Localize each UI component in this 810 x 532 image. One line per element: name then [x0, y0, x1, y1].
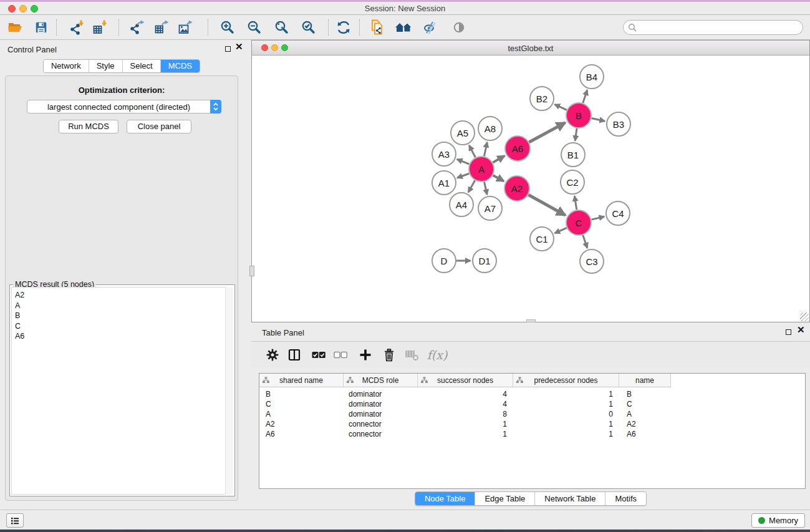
node-B4[interactable]: B4 [580, 65, 604, 89]
edge-C-C1[interactable] [555, 228, 567, 233]
close-panel-icon[interactable]: ✕ [235, 42, 243, 52]
node-C3[interactable]: C3 [580, 249, 604, 273]
splitter-handle-bottom[interactable] [526, 319, 536, 322]
edge-C-C2[interactable] [574, 196, 576, 210]
column-header-predecessor-nodes[interactable]: predecessor nodes [513, 374, 619, 387]
node-B2[interactable]: B2 [530, 87, 554, 110]
node-C[interactable]: C [566, 210, 591, 235]
edge-B-B1[interactable] [575, 128, 577, 141]
select-all-checkboxes-icon[interactable] [311, 347, 327, 362]
edge-A-A3[interactable] [457, 159, 470, 164]
column-header-shared-name[interactable]: shared name [259, 374, 344, 387]
import-table-icon[interactable] [90, 18, 110, 37]
home-icon[interactable] [393, 18, 413, 37]
task-list-button[interactable] [6, 513, 24, 528]
export-network-icon[interactable] [127, 18, 147, 37]
column-header-name[interactable]: name [619, 374, 671, 387]
result-scrollbar[interactable] [225, 287, 233, 495]
open-folder-icon[interactable] [5, 18, 25, 37]
run-mcds-button[interactable]: Run MCDS [59, 120, 118, 133]
node-D1[interactable]: D1 [473, 249, 496, 273]
deselect-all-checkboxes-icon[interactable] [332, 347, 349, 362]
close-table-panel-icon[interactable]: ✕ [797, 325, 805, 335]
network-canvas[interactable]: B4B2BB3A8A5A6A3B1AC2A1A2A4A7C4CC1DD1C3 [252, 56, 809, 322]
document-share-icon[interactable] [367, 18, 387, 37]
export-table-icon[interactable] [152, 18, 171, 37]
trash-icon[interactable] [381, 347, 397, 362]
edge-C-C3[interactable] [583, 235, 587, 248]
edge-A-A6[interactable] [493, 156, 504, 163]
node-C4[interactable]: C4 [606, 201, 630, 225]
node-B3[interactable]: B3 [607, 112, 630, 136]
refresh-icon[interactable] [334, 18, 354, 37]
close-panel-button[interactable]: Close panel [127, 120, 191, 133]
table-row[interactable]: Cdominator41C [259, 399, 805, 409]
edge-C-C4[interactable] [591, 216, 604, 220]
node-A6[interactable]: A6 [505, 136, 530, 161]
node-A2[interactable]: A2 [504, 176, 529, 201]
result-item[interactable]: A [15, 301, 225, 311]
node-B[interactable]: B [566, 103, 591, 128]
float-table-panel-icon[interactable] [786, 329, 791, 335]
node-A7[interactable]: A7 [478, 196, 502, 220]
result-item[interactable]: B [15, 311, 225, 321]
export-image-icon[interactable] [175, 18, 195, 37]
delete-column-icon[interactable] [404, 347, 420, 362]
gear-icon[interactable] [264, 347, 281, 362]
network-window-titlebar[interactable]: testGlobe.txt [252, 41, 809, 56]
edge-A6-B[interactable] [529, 123, 565, 142]
result-item[interactable]: C [15, 321, 225, 332]
tab-node-table[interactable]: Node Table [415, 492, 475, 505]
table-row[interactable]: Bdominator41B [259, 389, 805, 399]
add-row-icon[interactable] [357, 347, 374, 362]
result-item[interactable]: A6 [15, 331, 225, 342]
tab-mcds[interactable]: MCDS [160, 60, 200, 72]
eye-icon[interactable] [449, 18, 469, 37]
zoom-in-icon[interactable] [218, 18, 238, 37]
columns-icon[interactable] [286, 347, 302, 362]
table-row[interactable]: A2connector11A2 [259, 419, 805, 429]
node-A8[interactable]: A8 [478, 117, 502, 140]
node-A1[interactable]: A1 [432, 171, 456, 195]
edge-B-B2[interactable] [554, 104, 566, 110]
edge-A-A2[interactable] [493, 175, 503, 181]
edge-A-A5[interactable] [469, 145, 475, 157]
float-panel-icon[interactable] [225, 46, 231, 52]
tab-network-table[interactable]: Network Table [534, 492, 605, 505]
criterion-select[interactable]: largest connected component (directed) [27, 100, 221, 114]
node-A[interactable]: A [469, 157, 494, 181]
node-A3[interactable]: A3 [432, 142, 456, 166]
edge-A-A7[interactable] [485, 181, 488, 195]
edge-B-B3[interactable] [592, 118, 605, 121]
node-A5[interactable]: A5 [451, 121, 475, 145]
function-builder-icon[interactable]: f(x) [429, 347, 445, 362]
tab-edge-table[interactable]: Edge Table [475, 492, 534, 505]
node-C1[interactable]: C1 [530, 227, 554, 251]
save-icon[interactable] [31, 18, 51, 37]
node-C2[interactable]: C2 [561, 170, 584, 194]
result-item[interactable]: A2 [15, 290, 225, 301]
edge-A-A1[interactable] [457, 173, 469, 178]
search-input[interactable] [623, 20, 803, 35]
edge-A-A8[interactable] [484, 142, 487, 156]
memory-button[interactable]: Memory [751, 513, 805, 528]
column-header-MCDS-role[interactable]: MCDS role [344, 374, 418, 387]
tab-select[interactable]: Select [122, 60, 160, 72]
hide-eye-icon[interactable] [421, 18, 441, 37]
table-row[interactable]: Adominator80A [259, 409, 805, 419]
tab-network[interactable]: Network [44, 60, 89, 72]
import-network-icon[interactable] [67, 18, 87, 37]
table-row[interactable]: A6connector11A6 [259, 429, 805, 439]
tab-style[interactable]: Style [89, 60, 122, 72]
resize-grip[interactable] [800, 312, 809, 321]
node-B1[interactable]: B1 [561, 143, 585, 167]
zoom-out-icon[interactable] [244, 18, 264, 37]
zoom-fit-icon[interactable] [272, 18, 292, 37]
tab-motifs[interactable]: Motifs [605, 492, 646, 505]
column-header-successor-nodes[interactable]: successor nodes [418, 374, 513, 387]
splitter-handle[interactable] [249, 266, 254, 276]
node-D[interactable]: D [432, 249, 456, 273]
edge-A2-C[interactable] [528, 195, 565, 215]
edge-A-A4[interactable] [468, 180, 475, 192]
zoom-selected-icon[interactable] [299, 18, 319, 37]
